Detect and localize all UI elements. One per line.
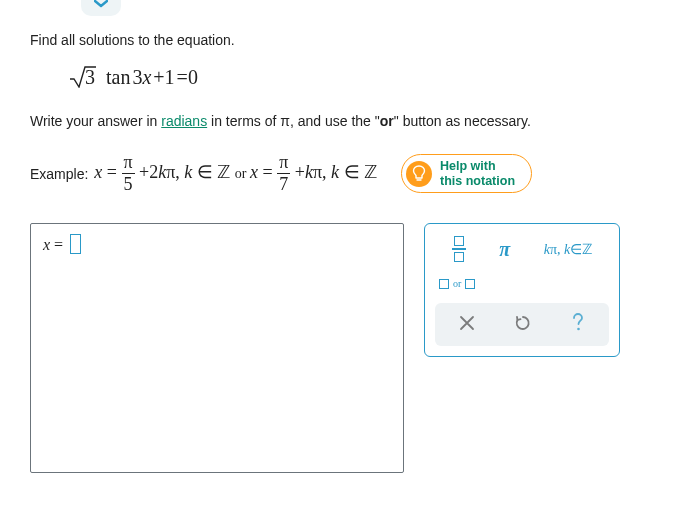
help-notation-button[interactable]: Help with this notation: [401, 154, 532, 193]
fraction-button[interactable]: [452, 236, 466, 262]
or-label: or: [453, 278, 461, 289]
or-button[interactable]: or: [435, 278, 609, 289]
answer-cursor-box[interactable]: [70, 234, 81, 254]
svg-point-1: [578, 328, 581, 331]
undo-button[interactable]: [514, 314, 532, 335]
answer-prefix: x =: [43, 236, 63, 253]
help-text: Help with this notation: [440, 159, 515, 188]
example-expression: x = π5 +2kπ, k ∈ ℤ or x = π7 +kπ, k ∈ ℤ: [94, 152, 377, 195]
problem-prompt: Find all solutions to the equation.: [30, 32, 661, 48]
lightbulb-icon: [406, 161, 432, 187]
chevron-down-icon: [94, 0, 108, 8]
equation-display: 3 tan3x+1=0: [70, 66, 661, 89]
help-button[interactable]: [571, 313, 585, 336]
example-label: Example:: [30, 166, 88, 182]
instruction-mid: in terms of π, and use the ": [207, 113, 380, 129]
clear-button[interactable]: [459, 315, 475, 334]
pi-button[interactable]: π: [499, 238, 510, 261]
instruction-pre: Write your answer in: [30, 113, 161, 129]
expand-toggle[interactable]: [81, 0, 121, 16]
k-pi-integer-button[interactable]: kπ, k∈ℤ: [544, 241, 593, 258]
palette-actions: [435, 303, 609, 346]
instruction-line: Write your answer in radians in terms of…: [30, 111, 661, 132]
placeholder-box-icon: [465, 279, 475, 289]
instruction-post: " button as necessary.: [394, 113, 531, 129]
answer-input-area[interactable]: x =: [30, 223, 404, 473]
instruction-or: or: [380, 113, 394, 129]
radians-link[interactable]: radians: [161, 113, 207, 129]
placeholder-box-icon: [439, 279, 449, 289]
symbol-palette: π kπ, k∈ℤ or: [424, 223, 620, 357]
